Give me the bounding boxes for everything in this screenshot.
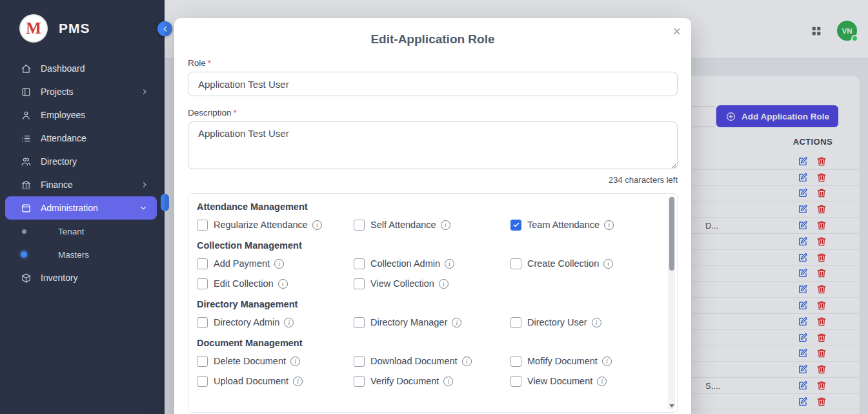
- info-icon[interactable]: i: [274, 259, 284, 269]
- sidebar-item-finance[interactable]: Finance: [0, 173, 165, 196]
- info-icon[interactable]: i: [278, 279, 288, 289]
- permission-label: Verify Document: [370, 376, 439, 386]
- checkbox-directory-admin[interactable]: [197, 317, 208, 328]
- info-icon[interactable]: i: [312, 220, 322, 230]
- role-input[interactable]: [188, 72, 678, 96]
- sidebar-item-attendance[interactable]: Attendance: [0, 127, 165, 150]
- checkbox-view-document[interactable]: [510, 376, 521, 387]
- checkbox-collection-admin[interactable]: [354, 258, 365, 269]
- permission-option-directory-manager: Directory Manageri: [354, 316, 510, 328]
- checkbox-download-document[interactable]: [354, 356, 365, 367]
- permission-group-title-collection-management: Collection Management: [197, 240, 654, 251]
- sidebar-subitem-tenant[interactable]: Tenant: [0, 220, 165, 243]
- permission-option-directory-user: Directory Useri: [510, 316, 667, 328]
- checkbox-add-payment[interactable]: [197, 258, 208, 269]
- permission-group-title-attendance-management: Attendance Management: [197, 202, 654, 212]
- info-icon[interactable]: i: [602, 357, 612, 366]
- permission-option-view-collection: View Collectioni: [354, 278, 510, 289]
- permission-label: Regularize Attendance: [214, 220, 308, 230]
- info-icon[interactable]: i: [445, 259, 454, 269]
- permission-label: View Document: [527, 376, 592, 386]
- subitem-label: Tenant: [58, 227, 85, 236]
- scrollbar-thumb[interactable]: [669, 197, 674, 271]
- sidebar-item-projects[interactable]: Projects: [0, 80, 165, 103]
- permission-label: View Collection: [370, 278, 434, 289]
- checkbox-delete-document[interactable]: [197, 356, 208, 367]
- sidebar-subitem-masters[interactable]: Masters: [0, 243, 165, 266]
- description-label-text: Description: [188, 108, 232, 118]
- role-label-text: Role: [188, 58, 206, 68]
- app-name: PMS: [59, 21, 90, 36]
- info-icon[interactable]: i: [604, 220, 614, 230]
- close-icon[interactable]: ×: [672, 25, 681, 39]
- checkbox-mofify-document[interactable]: [510, 356, 521, 367]
- permission-option-collection-admin: Collection Admini: [354, 258, 510, 269]
- permission-group-title-document-management: Document Management: [197, 338, 654, 348]
- checkbox-verify-document[interactable]: [354, 376, 365, 387]
- checkbox-self-attendance[interactable]: [354, 220, 365, 231]
- attendance-icon: [21, 133, 32, 144]
- permission-grid: Regularize AttendanceiSelf AttendanceiTe…: [197, 219, 654, 231]
- info-icon[interactable]: i: [290, 357, 300, 366]
- permission-label: Directory Admin: [214, 317, 279, 327]
- permission-option-mofify-document: Mofify Documenti: [510, 355, 667, 367]
- permission-option-upload-document: Upload Documenti: [197, 375, 354, 387]
- sidebar-menu: DashboardProjectsEmployeesAttendanceDire…: [0, 57, 165, 289]
- permission-label: Mofify Document: [527, 356, 598, 366]
- permission-label: Collection Admin: [370, 258, 440, 269]
- info-icon[interactable]: i: [439, 279, 449, 289]
- info-icon[interactable]: i: [293, 377, 303, 386]
- info-icon[interactable]: i: [603, 259, 613, 269]
- projects-icon: [21, 87, 32, 98]
- checkbox-directory-user[interactable]: [510, 317, 521, 328]
- sidebar-item-employees[interactable]: Employees: [0, 103, 165, 127]
- chevron-right-icon: [140, 87, 149, 96]
- info-icon[interactable]: i: [443, 377, 453, 386]
- info-icon[interactable]: i: [592, 318, 601, 327]
- sidebar-item-dashboard[interactable]: Dashboard: [0, 57, 165, 80]
- permission-label: Directory User: [527, 317, 587, 327]
- description-textarea[interactable]: Application Test User: [188, 121, 678, 169]
- permission-label: Delete Document: [214, 356, 286, 366]
- logo-icon: M: [19, 14, 48, 43]
- permission-group-title-directory-management: Directory Management: [197, 299, 654, 309]
- menu-item-label: Directory: [41, 156, 77, 167]
- scroll-down-arrow-icon[interactable]: [669, 404, 674, 408]
- permission-option-download-document: Download Documenti: [354, 355, 510, 367]
- menu-item-label: Administration: [41, 203, 98, 213]
- menu-item-label: Projects: [41, 87, 74, 97]
- permission-label: Directory Manager: [370, 317, 447, 327]
- permission-option-team-attendance: Team Attendancei: [510, 219, 667, 231]
- checkbox-regularize-attendance[interactable]: [197, 220, 208, 231]
- info-icon[interactable]: i: [597, 377, 607, 386]
- sidebar-item-inventory[interactable]: Inventory: [0, 266, 165, 289]
- permissions-panel: Attendance ManagementRegularize Attendan…: [188, 193, 678, 413]
- checkbox-directory-manager[interactable]: [354, 317, 365, 328]
- sidebar-item-administration[interactable]: Administration: [5, 196, 157, 220]
- characters-left-counter: 234 characters left: [188, 175, 678, 185]
- modal-title: Edit-Application Role: [188, 32, 678, 47]
- checkbox-edit-collection[interactable]: [197, 278, 208, 289]
- checkbox-team-attendance[interactable]: [510, 220, 521, 231]
- info-icon[interactable]: i: [284, 318, 294, 327]
- permission-option-verify-document: Verify Documenti: [354, 375, 510, 387]
- checkbox-view-collection[interactable]: [354, 278, 365, 289]
- required-asterisk: *: [234, 108, 237, 118]
- sidebar-item-directory[interactable]: Directory: [0, 150, 165, 173]
- permission-label: Download Document: [370, 356, 458, 366]
- gray-dot-icon: [22, 229, 26, 234]
- permission-label: Create Collection: [527, 258, 599, 269]
- checkbox-create-collection[interactable]: [510, 258, 521, 269]
- directory-icon: [21, 156, 32, 167]
- info-icon[interactable]: i: [462, 357, 472, 366]
- description-label: Description*: [188, 108, 678, 118]
- info-icon[interactable]: i: [452, 318, 461, 327]
- permission-option-add-payment: Add Paymenti: [197, 258, 354, 269]
- info-icon[interactable]: i: [441, 220, 450, 230]
- permission-option-delete-document: Delete Documenti: [197, 355, 354, 367]
- scrollbar-track[interactable]: [668, 196, 675, 410]
- checkbox-upload-document[interactable]: [197, 376, 208, 387]
- administration-icon: [21, 203, 32, 214]
- finance-icon: [21, 180, 32, 191]
- permission-grid: Directory AdminiDirectory ManageriDirect…: [197, 316, 654, 328]
